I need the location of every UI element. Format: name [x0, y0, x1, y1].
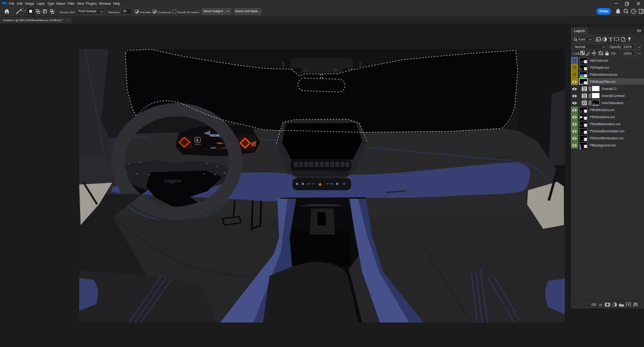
svg-text:0: 0: [197, 138, 198, 142]
svg-text:?: ?: [633, 9, 635, 14]
svg-text:14KM: 14KM: [210, 147, 216, 149]
svg-text:Ampere: Ampere: [163, 178, 182, 184]
